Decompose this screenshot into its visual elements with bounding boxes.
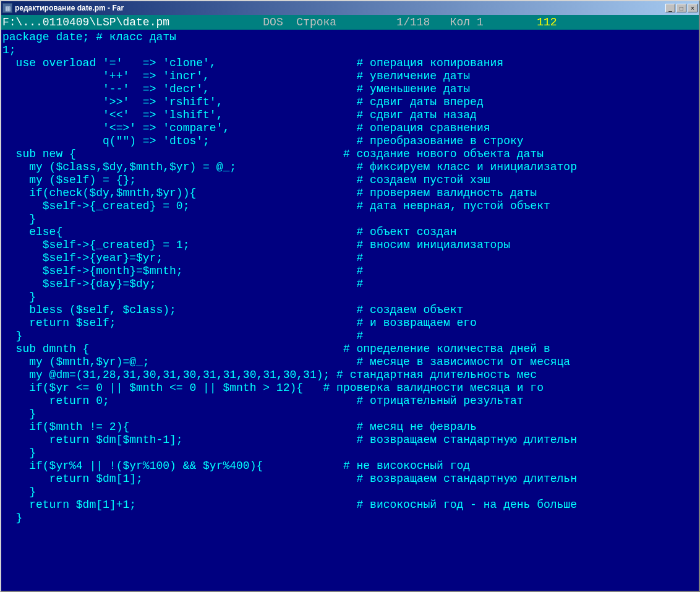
code-line[interactable]: return 0; # отрицательный результат [2, 395, 698, 408]
app-window: ▦ редактирование date.pm - Far _ □ × F:\… [0, 0, 700, 592]
code-line[interactable]: '<<' => 'lshift', # сдвиг даты назад [2, 109, 698, 122]
code-line[interactable]: } # [2, 330, 698, 343]
code-line[interactable]: return $dm[$mnth-1]; # возвращаем станда… [2, 434, 698, 447]
editor-statusbar: F:\...0110409\LSP\date.pm DOS Строка 1/1… [1, 15, 699, 30]
code-line[interactable]: } [2, 512, 698, 525]
col-position: 1 [477, 16, 484, 28]
code-line[interactable]: '<=>' => 'compare', # операция сравнения [2, 122, 698, 135]
code-line[interactable]: $self->{year}=$yr; # [2, 252, 698, 265]
window-controls: _ □ × [665, 4, 698, 12]
close-button[interactable]: × [688, 4, 698, 12]
code-line[interactable]: bless ($self, $class); # создаем объект [2, 304, 698, 317]
window-title: редактирование date.pm - Far [15, 4, 665, 12]
total-chars: 112 [537, 16, 557, 28]
code-line[interactable]: return $dm[1]; # возвращаем стандартную … [2, 473, 698, 486]
code-line[interactable]: package date; # класс даты [2, 31, 698, 44]
code-line[interactable]: $self->{month}=$mnth; # [2, 265, 698, 278]
code-line[interactable]: my ($mnth,$yr)=@_; # месяце в зависимост… [2, 356, 698, 369]
code-line[interactable]: my ($self) = {}; # создаем пустой хэш [2, 174, 698, 187]
code-line[interactable]: my ($class,$dy,$mnth,$yr) = @_; # фиксир… [2, 161, 698, 174]
code-line[interactable]: use overload '=' => 'clone', # операция … [2, 57, 698, 70]
code-line[interactable]: if($yr%4 || !($yr%100) && $yr%400){ # не… [2, 460, 698, 473]
code-line[interactable]: if($mnth != 2){ # месяц не февраль [2, 421, 698, 434]
code-line[interactable]: $self->{day}=$dy; # [2, 278, 698, 291]
line-position: 1/118 [396, 16, 430, 28]
code-line[interactable]: '--' => 'decr', # уменьшение даты [2, 83, 698, 96]
titlebar[interactable]: ▦ редактирование date.pm - Far _ □ × [1, 1, 699, 15]
code-line[interactable]: $self->{_created} = 0; # дата неврная, п… [2, 200, 698, 213]
col-label: Кол [450, 16, 470, 28]
maximize-button[interactable]: □ [677, 4, 686, 12]
app-icon: ▦ [2, 3, 12, 13]
code-line[interactable]: 1; [2, 44, 698, 57]
code-editor[interactable]: package date; # класс даты1; use overloa… [1, 30, 699, 591]
code-line[interactable]: return $dm[1]+1; # високосный год - на д… [2, 499, 698, 512]
code-line[interactable]: } [2, 408, 698, 421]
file-path: F:\...0110409\LSP\date.pm [2, 16, 169, 28]
code-line[interactable]: } [2, 486, 698, 499]
code-line[interactable]: $self->{_created} = 1; # вносим инициали… [2, 239, 698, 252]
minimize-button[interactable]: _ [665, 4, 675, 12]
code-line[interactable]: } [2, 291, 698, 304]
code-line[interactable]: } [2, 213, 698, 226]
code-line[interactable]: sub new { # создание нового объекта даты [2, 148, 698, 161]
encoding-label: DOS [263, 16, 283, 28]
content-area: F:\...0110409\LSP\date.pm DOS Строка 1/1… [1, 15, 699, 591]
code-line[interactable]: q("") => 'dtos'; # преобразование в стро… [2, 135, 698, 148]
code-line[interactable]: '>>' => 'rshift', # сдвиг даты вперед [2, 96, 698, 109]
code-line[interactable]: sub dmnth { # определение количества дне… [2, 343, 698, 356]
code-line[interactable]: else{ # объект создан [2, 226, 698, 239]
code-line[interactable]: if($yr <= 0 || $mnth <= 0 || $mnth > 12)… [2, 382, 698, 395]
code-line[interactable]: } [2, 447, 698, 460]
code-line[interactable]: my @dm=(31,28,31,30,31,30,31,31,30,31,30… [2, 369, 698, 382]
code-line[interactable]: if(check($dy,$mnth,$yr)){ # проверяем ва… [2, 187, 698, 200]
code-line[interactable]: '++' => 'incr', # увеличение даты [2, 70, 698, 83]
line-label: Строка [296, 16, 336, 28]
code-line[interactable]: return $self; # и возвращаем его [2, 317, 698, 330]
